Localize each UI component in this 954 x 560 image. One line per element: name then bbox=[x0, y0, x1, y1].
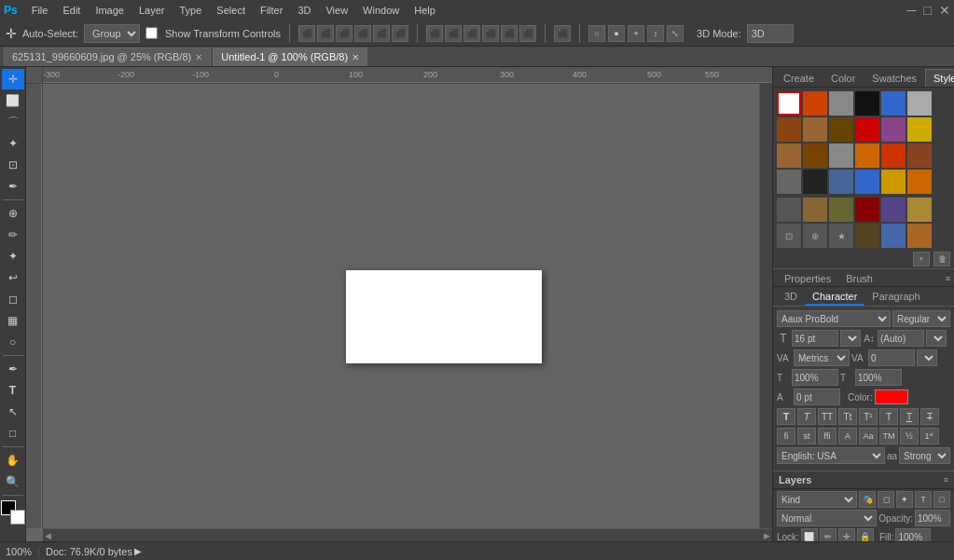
menu-3d[interactable]: 3D bbox=[291, 3, 317, 18]
style-item-33[interactable] bbox=[855, 224, 879, 248]
char-panel-menu[interactable]: ≡ bbox=[946, 271, 950, 286]
auto-select-dropdown[interactable]: GroupLayer bbox=[84, 24, 140, 43]
style-item-31[interactable]: ⊕ bbox=[803, 224, 827, 248]
style-item-14[interactable] bbox=[829, 143, 853, 168]
type-tool-btn[interactable]: T bbox=[2, 380, 24, 401]
rotate-3d-icon[interactable]: ○ bbox=[588, 25, 605, 42]
ordinal-btn[interactable]: 1ˢᵗ bbox=[920, 428, 939, 444]
style-item-10[interactable] bbox=[881, 117, 906, 142]
menu-view[interactable]: View bbox=[319, 3, 354, 18]
3d-value-input[interactable] bbox=[747, 24, 794, 43]
align-center-h-icon[interactable]: ⬛ bbox=[317, 25, 334, 42]
status-arrow-btn[interactable]: ▶ bbox=[134, 546, 142, 556]
style-item-32[interactable]: ★ bbox=[829, 224, 853, 248]
style-item-17[interactable] bbox=[907, 143, 932, 168]
dist-bottom-icon[interactable]: ⬛ bbox=[519, 25, 536, 42]
close-btn[interactable]: ✕ bbox=[939, 3, 950, 18]
tab-color[interactable]: Color bbox=[823, 69, 864, 87]
lasso-tool-btn[interactable]: ⌒ bbox=[2, 112, 24, 132]
st-btn[interactable]: st bbox=[797, 428, 816, 444]
style-item-24[interactable] bbox=[777, 198, 801, 222]
align-right-icon[interactable]: ⬛ bbox=[336, 25, 353, 42]
font-size-input[interactable] bbox=[792, 330, 838, 347]
scroll-right-arrow[interactable]: ▶ bbox=[764, 531, 770, 540]
menu-window[interactable]: Window bbox=[356, 3, 406, 18]
style-item-18[interactable] bbox=[777, 170, 801, 194]
style-item-11[interactable] bbox=[907, 117, 932, 142]
roll-3d-icon[interactable]: ● bbox=[608, 25, 625, 42]
tab-styles[interactable]: Styles bbox=[925, 69, 954, 87]
style-item-19[interactable] bbox=[803, 170, 827, 194]
scale-3d-icon[interactable]: ⤡ bbox=[667, 25, 684, 42]
main-canvas[interactable] bbox=[43, 84, 759, 528]
italic-btn[interactable]: T bbox=[797, 408, 816, 425]
style-item-5[interactable] bbox=[907, 91, 932, 116]
allcaps-btn[interactable]: TT bbox=[818, 408, 836, 425]
style-item-26[interactable] bbox=[829, 198, 853, 222]
layer-kind-select[interactable]: Kind bbox=[777, 491, 857, 508]
style-item-22[interactable] bbox=[881, 170, 906, 194]
color-swatch[interactable] bbox=[875, 389, 908, 404]
underline-btn[interactable]: T bbox=[900, 408, 919, 425]
transform-checkbox[interactable] bbox=[145, 27, 158, 39]
super-btn[interactable]: T¹ bbox=[859, 408, 878, 425]
layer-smart-btn[interactable]: ✦ bbox=[896, 491, 913, 508]
style-item-8[interactable] bbox=[829, 117, 853, 142]
style-item-12[interactable] bbox=[777, 143, 801, 168]
dist-center-h-icon[interactable]: ⬛ bbox=[445, 25, 462, 42]
dist-right-icon[interactable]: ⬛ bbox=[463, 25, 480, 42]
strike-btn[interactable]: T bbox=[920, 408, 939, 425]
menu-layer[interactable]: Layer bbox=[132, 3, 172, 18]
smallcaps-btn[interactable]: Tt bbox=[838, 408, 857, 425]
style-item-20[interactable] bbox=[829, 170, 853, 194]
dist-top-icon[interactable]: ⬛ bbox=[482, 25, 499, 42]
path-select-btn[interactable]: ↖ bbox=[2, 402, 24, 422]
clone-stamp-btn[interactable]: ✦ bbox=[2, 246, 24, 266]
style-item-15[interactable] bbox=[855, 143, 879, 168]
align-bottom-icon[interactable]: ⬛ bbox=[392, 25, 408, 42]
lock-pixels-btn[interactable]: ✏ bbox=[820, 528, 836, 541]
font-size-unit[interactable]: ▼ bbox=[840, 330, 861, 347]
style-item-16[interactable] bbox=[881, 143, 906, 168]
leading-input[interactable] bbox=[878, 330, 924, 347]
ligature-btn[interactable]: fi bbox=[777, 428, 795, 444]
layer-shape-btn[interactable]: □ bbox=[933, 491, 950, 508]
style-item-25[interactable] bbox=[803, 198, 827, 222]
font-style-select[interactable]: Regular bbox=[892, 310, 950, 327]
menu-image[interactable]: Image bbox=[89, 3, 131, 18]
menu-help[interactable]: Help bbox=[408, 3, 442, 18]
scroll-left-arrow[interactable]: ◀ bbox=[45, 531, 51, 540]
kerning-select[interactable]: MetricsOptical0 bbox=[794, 349, 850, 366]
tracking-input[interactable] bbox=[868, 349, 915, 366]
extra-icon[interactable]: ⬛ bbox=[554, 25, 571, 42]
baseline-input[interactable] bbox=[794, 389, 840, 405]
sub-tab-character[interactable]: Character bbox=[805, 289, 864, 306]
style-item-2[interactable] bbox=[829, 91, 853, 116]
layers-panel-menu[interactable]: ≡ bbox=[944, 475, 948, 485]
style-item-0[interactable] bbox=[777, 91, 801, 116]
brush-tool-btn[interactable]: ✏ bbox=[2, 225, 24, 245]
frac-btn[interactable]: ½ bbox=[900, 428, 919, 444]
ffi-btn[interactable]: ffi bbox=[818, 428, 836, 444]
style-item-23[interactable] bbox=[907, 170, 932, 194]
blend-mode-select[interactable]: Normal bbox=[777, 510, 877, 526]
lock-position-btn[interactable]: ✛ bbox=[838, 528, 855, 541]
stylistic-btn[interactable]: Aa bbox=[859, 428, 878, 444]
tracking-unit[interactable]: ▼ bbox=[917, 349, 937, 366]
create-new-style-btn[interactable]: + bbox=[913, 252, 930, 266]
horizontal-scrollbar[interactable]: ◀ ▶ bbox=[43, 528, 772, 541]
style-item-1[interactable] bbox=[803, 91, 827, 116]
anti-alias-select[interactable]: StrongSharpCrispSmooth bbox=[899, 447, 950, 464]
sub-tab-3d[interactable]: 3D bbox=[777, 289, 805, 306]
align-center-v-icon[interactable]: ⬛ bbox=[373, 25, 390, 42]
slide-3d-icon[interactable]: ↕ bbox=[647, 25, 664, 42]
vertical-scrollbar[interactable] bbox=[759, 84, 772, 528]
tab-625131[interactable]: 625131_99660609.jpg @ 25% (RGB/8) ✕ bbox=[4, 48, 211, 66]
style-item-13[interactable] bbox=[803, 143, 827, 168]
style-item-21[interactable] bbox=[855, 170, 879, 194]
tab-close-2[interactable]: ✕ bbox=[352, 52, 359, 62]
menu-file[interactable]: File bbox=[25, 3, 55, 18]
style-item-3[interactable] bbox=[855, 91, 879, 116]
style-item-4[interactable] bbox=[881, 91, 906, 116]
style-item-34[interactable] bbox=[881, 224, 906, 248]
